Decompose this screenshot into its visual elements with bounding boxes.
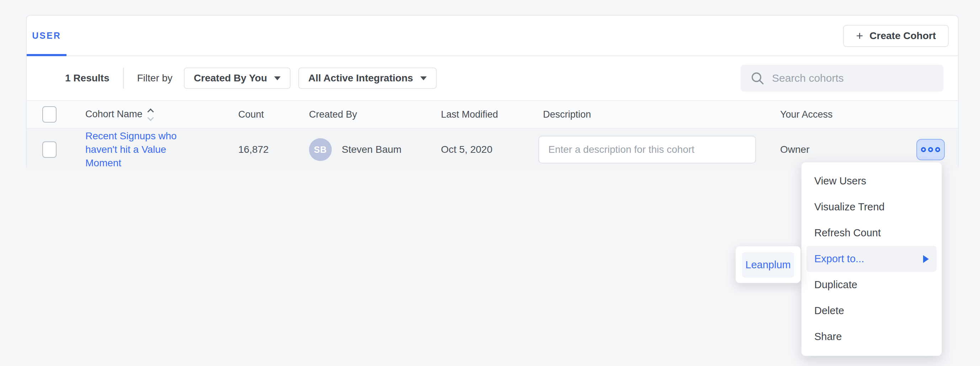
more-dot-icon [921, 147, 926, 152]
sort-icon[interactable] [148, 109, 153, 120]
menu-item-share[interactable]: Share [802, 324, 942, 350]
tab-user[interactable]: USER [27, 16, 67, 55]
chevron-down-icon [274, 76, 280, 80]
more-dot-icon [928, 147, 933, 152]
divider [123, 68, 124, 89]
cohorts-panel: USER + Create Cohort 1 Results Filter by… [26, 15, 959, 170]
more-dot-icon [935, 147, 940, 152]
plus-icon: + [856, 30, 863, 41]
chevron-down-icon [420, 76, 427, 80]
filter-by-label: Filter by [137, 73, 173, 84]
header-created-by: Created By [309, 109, 441, 120]
select-all-checkbox[interactable] [42, 106, 57, 123]
more-actions-button[interactable] [916, 139, 945, 160]
filter-bar: 1 Results Filter by Created By You All A… [27, 56, 958, 101]
description-input[interactable] [538, 136, 756, 163]
created-by-dropdown-label: Created By You [194, 73, 267, 84]
export-submenu: Leanplum [735, 246, 801, 283]
row-created-by-cell: SB Steven Baum [309, 138, 441, 161]
row-checkbox-cell [27, 141, 85, 158]
tab-bar: USER + Create Cohort [27, 16, 958, 56]
header-cohort-name-label: Cohort Name [85, 109, 143, 119]
menu-item-delete[interactable]: Delete [802, 298, 942, 324]
header-last-modified: Last Modified [441, 109, 538, 120]
menu-item-duplicate[interactable]: Duplicate [802, 272, 942, 298]
integrations-dropdown-label: All Active Integrations [308, 73, 413, 84]
menu-item-view-users[interactable]: View Users [802, 168, 942, 194]
menu-item-export-to[interactable]: Export to... [807, 246, 937, 272]
avatar: SB [309, 138, 332, 161]
row-cohort-name-cell: Recent Signups who haven't hit a Value M… [85, 129, 238, 170]
created-by-name: Steven Baum [342, 144, 401, 155]
results-count: 1 Results [65, 73, 110, 84]
header-checkbox-cell [27, 106, 85, 123]
row-count: 16,872 [238, 144, 309, 155]
menu-item-visualize-trend[interactable]: Visualize Trend [802, 194, 942, 220]
search-icon [750, 71, 765, 86]
header-your-access: Your Access [780, 109, 916, 120]
submenu-arrow-icon [923, 255, 929, 263]
create-cohort-label: Create Cohort [869, 30, 936, 41]
integrations-dropdown[interactable]: All Active Integrations [298, 68, 437, 89]
search-box[interactable] [741, 65, 943, 92]
table-header: Cohort Name Count Created By Last Modifi… [27, 101, 958, 128]
search-input[interactable] [772, 72, 934, 84]
created-by-dropdown[interactable]: Created By You [184, 68, 291, 89]
submenu-item-leanplum[interactable]: Leanplum [742, 252, 794, 277]
sort-asc-arrow [147, 108, 154, 115]
row-access: Owner [780, 144, 916, 155]
row-checkbox[interactable] [42, 141, 57, 158]
row-description-cell [538, 136, 780, 163]
row-last-modified: Oct 5, 2020 [441, 144, 538, 155]
menu-item-refresh-count[interactable]: Refresh Count [802, 220, 942, 246]
row-actions-cell [916, 139, 958, 160]
header-count: Count [238, 109, 309, 120]
create-cohort-button[interactable]: + Create Cohort [843, 25, 949, 47]
sort-desc-arrow [147, 114, 154, 121]
header-description-label: Description [538, 109, 591, 120]
header-description: Description [538, 109, 780, 120]
header-cohort-name[interactable]: Cohort Name [85, 109, 238, 120]
cohort-name-link[interactable]: Recent Signups who haven't hit a Value M… [85, 129, 187, 170]
row-actions-menu: View Users Visualize Trend Refresh Count… [801, 162, 942, 356]
export-to-label: Export to... [814, 253, 864, 265]
